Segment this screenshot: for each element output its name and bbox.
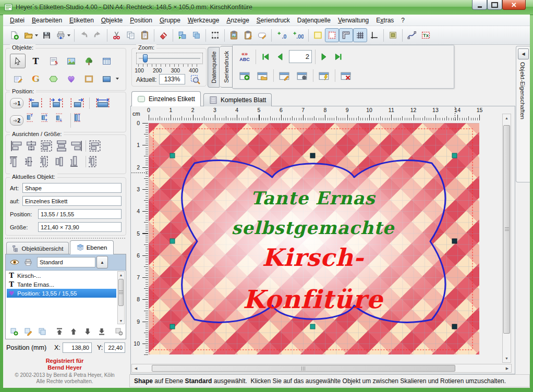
expand-panel-button[interactable]: ◀ <box>518 48 529 59</box>
menu-item-[interactable]: ? <box>397 16 408 25</box>
edit-layer-button[interactable] <box>22 326 34 337</box>
menu-item-datenquelle[interactable]: Datenquelle <box>294 16 334 25</box>
text-export-button[interactable] <box>419 28 433 42</box>
selection-handle[interactable] <box>452 153 457 158</box>
layer-list-scrollbar[interactable]: ▲ ▼ <box>117 271 125 324</box>
tab-seriendruck[interactable]: Seriendruck <box>220 46 233 88</box>
stretch-horizontal-button[interactable] <box>93 97 113 109</box>
scrollbar-thumb[interactable] <box>118 279 124 306</box>
tab-ebenen[interactable]: Ebenen <box>70 240 114 254</box>
zoom-slider-thumb[interactable] <box>143 54 148 63</box>
align-selection-v-button[interactable] <box>40 155 53 168</box>
tab-objektuebersicht[interactable]: Objektübersicht <box>6 242 69 254</box>
auto-merge-button[interactable] <box>316 68 332 83</box>
delete-layer-button[interactable] <box>113 326 125 337</box>
scroll-down-icon[interactable]: ▼ <box>118 317 124 324</box>
center-horizontal-button[interactable] <box>47 97 65 109</box>
menu-item-extras[interactable]: Extras <box>372 16 397 25</box>
move-to-bottom-button[interactable] <box>95 326 108 337</box>
position-badge-2[interactable]: ➔2 <box>10 115 23 126</box>
zoom-selection-button[interactable] <box>188 73 202 85</box>
heart-shape-button[interactable] <box>63 71 79 86</box>
next-record-button[interactable] <box>317 51 331 63</box>
label-canvas[interactable] <box>149 121 479 360</box>
size-equal-h-button[interactable] <box>89 140 101 152</box>
label-border-toggle-button[interactable] <box>325 28 339 42</box>
vertical-scrollbar[interactable]: ▲ ▼ <box>502 114 511 363</box>
rich-text-tool-button[interactable] <box>45 54 61 68</box>
label-text-line1[interactable]: Tante Ernas <box>175 188 451 209</box>
align-bottom-button[interactable] <box>70 155 83 168</box>
axes-toggle-button[interactable] <box>367 28 381 42</box>
label-text-line2[interactable]: selbstgemachte <box>175 217 451 238</box>
tab-einzelnes-etikett[interactable]: Einzelnes Etikett <box>131 91 201 106</box>
horizontal-scrollbar-thumb[interactable] <box>152 365 455 372</box>
wordart-tool-button[interactable] <box>28 71 43 86</box>
copy-objects-button[interactable] <box>189 28 203 42</box>
open-dropdown-caret[interactable] <box>35 34 38 36</box>
align-left-button[interactable] <box>10 140 22 152</box>
erase-button[interactable] <box>156 28 171 42</box>
menu-item-seriendruck[interactable]: Seriendruck <box>253 16 294 25</box>
distribute-v-button[interactable] <box>55 155 68 168</box>
select-tool-button[interactable] <box>10 54 26 68</box>
text-tool-button[interactable] <box>28 54 43 68</box>
groesse-field[interactable]: 121,40 × 73,90 <box>38 222 122 232</box>
move-left-button[interactable] <box>27 97 44 109</box>
scroll-down-icon[interactable]: ▼ <box>503 354 511 362</box>
print-export-button[interactable] <box>54 28 68 42</box>
mailmerge-fields-button[interactable] <box>237 50 252 64</box>
clipart-tool-button[interactable] <box>81 54 96 68</box>
label-text-line4[interactable]: Konfitüre <box>175 285 451 314</box>
menu-item-position[interactable]: Position <box>126 16 156 25</box>
move-right-button[interactable] <box>68 97 86 109</box>
shape-dropdown-caret[interactable] <box>116 78 119 80</box>
transform-selection-button[interactable] <box>208 28 222 42</box>
menu-item-bearbeiten[interactable]: Bearbeiten <box>28 16 66 25</box>
selection-handle[interactable] <box>452 239 457 243</box>
align-top-button[interactable] <box>10 155 22 168</box>
form-field-tool-button[interactable] <box>10 71 26 86</box>
maximize-button[interactable] <box>487 0 502 10</box>
hexagon-shape-button[interactable] <box>45 71 61 86</box>
distribute-h-button[interactable] <box>55 140 68 152</box>
grid-toggle-button[interactable] <box>353 28 367 42</box>
add-layer-button[interactable] <box>8 326 20 337</box>
size-equal-v-button[interactable] <box>89 155 101 168</box>
zoom-slider[interactable] <box>136 53 203 64</box>
layer-list-item[interactable]: ♥Position: 13,55 / 15,55 <box>7 289 116 298</box>
scroll-up-icon[interactable]: ▲ <box>118 272 124 278</box>
move-to-top-button[interactable] <box>53 326 66 337</box>
paste-form-button[interactable] <box>241 28 255 42</box>
layer-list-item[interactable]: TTante Ernas... <box>7 280 116 289</box>
new-document-button[interactable] <box>7 28 21 42</box>
layer-visibility-button[interactable] <box>8 256 21 268</box>
curve-tool-button[interactable] <box>405 28 419 42</box>
gradient-rect-tool-button[interactable] <box>99 71 114 86</box>
record-number-field[interactable]: 2 <box>289 50 312 63</box>
minimize-button[interactable] <box>472 0 487 10</box>
move-top-button[interactable] <box>27 112 38 129</box>
last-record-button[interactable] <box>332 51 345 63</box>
move-bottom-button[interactable] <box>56 112 67 129</box>
objekt-position-field[interactable]: 13,55 / 15,55 <box>38 209 122 219</box>
zoom-value-field[interactable]: 133% <box>159 74 185 84</box>
scroll-up-icon[interactable]: ▲ <box>503 114 511 122</box>
save-button[interactable] <box>40 28 54 42</box>
menu-item-verwaltung[interactable]: Verwaltung <box>334 16 372 25</box>
scroll-right-icon[interactable]: ▶ <box>503 364 511 372</box>
order-objects-button[interactable] <box>175 28 189 42</box>
move-up-button[interactable] <box>67 326 80 337</box>
table-tool-button[interactable] <box>99 54 114 68</box>
art-field[interactable]: Shape <box>22 183 122 193</box>
open-button[interactable] <box>21 28 35 42</box>
scroll-left-icon[interactable]: ◀ <box>132 364 140 372</box>
panel-splitter[interactable] <box>5 238 125 239</box>
x-field[interactable]: 138,80 <box>63 342 92 353</box>
close-button[interactable]: ✕ <box>502 0 526 10</box>
cut-button[interactable] <box>110 28 124 42</box>
align-center-h-button[interactable] <box>25 140 38 152</box>
selection-handle[interactable] <box>310 324 315 329</box>
objekt-eigenschaften-tab[interactable]: ◀ Objekt-Eigenschaften <box>516 46 530 182</box>
align-right-button[interactable] <box>70 140 83 152</box>
